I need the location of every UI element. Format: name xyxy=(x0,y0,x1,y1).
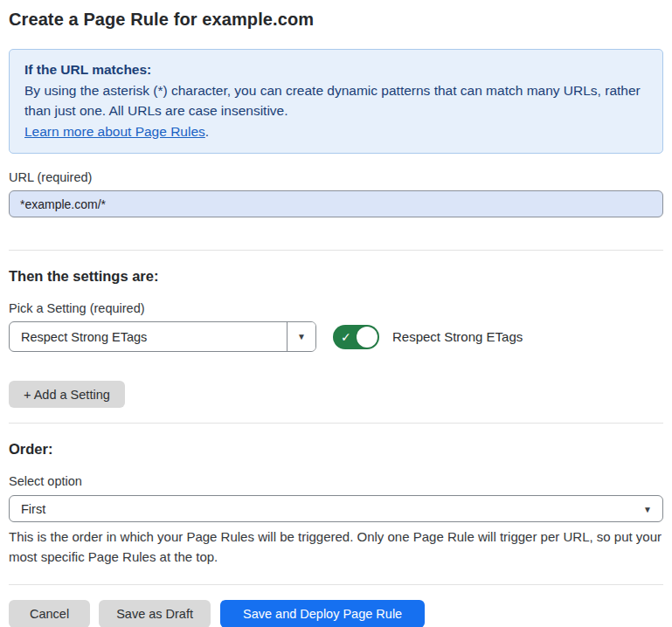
order-dropdown-value: First xyxy=(10,502,45,516)
footer-actions: Cancel Save as Draft Save and Deploy Pag… xyxy=(9,600,663,627)
add-setting-button[interactable]: + Add a Setting xyxy=(9,381,125,408)
save-deploy-button[interactable]: Save and Deploy Page Rule xyxy=(220,600,425,627)
setting-dropdown[interactable]: Respect Strong ETags ▼ xyxy=(9,321,316,352)
setting-dropdown-value: Respect Strong ETags xyxy=(10,322,287,351)
toggle-knob xyxy=(357,327,378,348)
select-option-label: Select option xyxy=(9,474,663,488)
etag-toggle[interactable]: ✓ xyxy=(333,325,379,349)
order-heading: Order: xyxy=(9,441,663,458)
save-draft-button[interactable]: Save as Draft xyxy=(99,600,211,627)
info-box-heading: If the URL matches: xyxy=(24,59,648,80)
pick-setting-label: Pick a Setting (required) xyxy=(9,301,663,315)
page-rule-form: Create a Page Rule for example.com If th… xyxy=(0,9,672,627)
info-box-body: By using the asterisk (*) character, you… xyxy=(24,80,648,121)
cancel-button[interactable]: Cancel xyxy=(9,600,90,627)
setting-row: Respect Strong ETags ▼ ✓ Respect Strong … xyxy=(9,321,663,352)
page-title: Create a Page Rule for example.com xyxy=(9,9,663,31)
section-divider xyxy=(9,423,663,424)
order-help-text: This is the order in which your Page Rul… xyxy=(9,527,663,567)
chevron-down-icon[interactable]: ▼ xyxy=(287,322,315,351)
url-input[interactable] xyxy=(9,190,663,217)
toggle-label: Respect Strong ETags xyxy=(392,329,523,344)
url-label: URL (required) xyxy=(9,170,663,184)
url-match-info-box: If the URL matches: By using the asteris… xyxy=(9,49,663,154)
section-divider xyxy=(9,250,663,251)
info-box-link-line: Learn more about Page Rules. xyxy=(24,121,648,142)
learn-more-link[interactable]: Learn more about Page Rules xyxy=(24,124,205,139)
footer-divider xyxy=(9,584,663,585)
link-suffix: . xyxy=(205,124,209,139)
check-icon: ✓ xyxy=(341,331,351,343)
chevron-down-icon: ▼ xyxy=(643,504,652,513)
settings-heading: Then the settings are: xyxy=(9,268,663,285)
order-dropdown[interactable]: First ▼ xyxy=(9,495,663,522)
